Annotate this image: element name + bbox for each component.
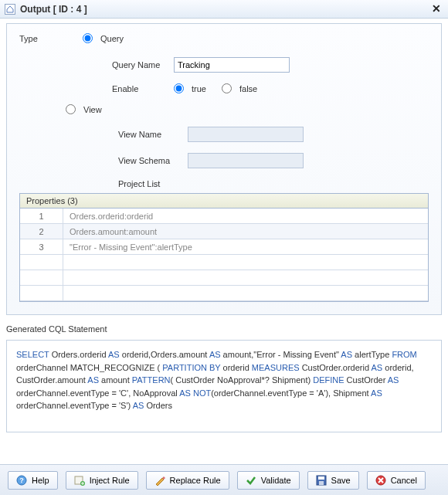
row-index: 2	[20, 224, 63, 239]
row-value: Orders.amount:amount	[63, 227, 157, 236]
validate-icon	[246, 475, 256, 486]
type-view-radio-input[interactable]	[66, 104, 76, 114]
inject-icon	[74, 475, 85, 486]
svg-rect-6	[319, 481, 324, 485]
title-bar: Output [ ID : 4 ] ✕	[0, 0, 448, 19]
inject-rule-button[interactable]: Inject Rule	[66, 471, 138, 490]
svg-text:?: ?	[19, 476, 24, 484]
cancel-label: Cancel	[391, 476, 417, 485]
replace-rule-label: Replace Rule	[170, 476, 221, 485]
table-row[interactable]: 1Orders.orderid:orderid	[20, 209, 428, 224]
query-name-label: Query Name	[112, 60, 174, 70]
enable-true-radio[interactable]: true	[174, 83, 206, 93]
footer-toolbar: ? Help Inject Rule Replace Rule Validate…	[0, 464, 448, 495]
type-label: Type	[19, 34, 52, 43]
row-index: 1	[20, 209, 63, 223]
help-icon: ?	[16, 475, 27, 486]
enable-false-radio[interactable]: false	[222, 83, 257, 93]
window-title: Output [ ID : 4 ]	[20, 4, 429, 15]
enable-true-radio-input[interactable]	[174, 83, 184, 93]
table-row-empty	[20, 270, 428, 286]
validate-label: Validate	[261, 476, 291, 485]
svg-rect-5	[318, 476, 324, 480]
type-query-radio-input[interactable]	[83, 33, 93, 43]
cql-label: Generated CQL Statement	[6, 324, 442, 334]
cancel-button[interactable]: Cancel	[367, 471, 426, 490]
enable-false-label: false	[239, 84, 257, 93]
cancel-icon	[375, 475, 386, 486]
save-label: Save	[331, 476, 351, 485]
cql-panel: Generated CQL Statement SELECT Orders.or…	[6, 324, 442, 432]
save-icon	[316, 475, 327, 486]
view-name-input	[188, 127, 304, 142]
inject-rule-label: Inject Rule	[90, 476, 130, 485]
query-name-input[interactable]	[174, 57, 290, 73]
view-schema-label: View Schema	[118, 156, 188, 165]
project-list-label: Project List	[118, 179, 429, 188]
properties-table: Properties (3) 1Orders.orderid:orderid2O…	[19, 193, 429, 302]
row-value: "Error - Missing Event":alertType	[63, 242, 192, 252]
table-row-empty	[20, 255, 428, 270]
form-panel: Type Query Query Name Enable true false	[6, 23, 442, 315]
cql-statement-box: SELECT Orders.orderid AS orderid,Orders.…	[6, 340, 442, 432]
type-view-radio-label: View	[83, 105, 102, 114]
save-button[interactable]: Save	[307, 471, 359, 490]
properties-table-header: Properties (3)	[20, 194, 428, 209]
close-icon[interactable]: ✕	[429, 2, 443, 16]
home-icon[interactable]	[5, 4, 15, 15]
table-row[interactable]: 3"Error - Missing Event":alertType	[20, 239, 428, 255]
row-index: 3	[20, 239, 63, 254]
view-name-label: View Name	[118, 130, 188, 139]
type-query-radio[interactable]: Query	[83, 33, 124, 43]
table-row[interactable]: 2Orders.amount:amount	[20, 224, 428, 239]
type-view-radio[interactable]: View	[66, 104, 429, 114]
enable-true-label: true	[192, 84, 206, 93]
enable-label: Enable	[112, 84, 174, 93]
replace-icon	[154, 475, 165, 486]
table-row-empty	[20, 286, 428, 301]
validate-button[interactable]: Validate	[237, 471, 300, 490]
type-query-radio-label: Query	[100, 34, 124, 43]
help-button-label: Help	[32, 476, 49, 485]
row-value: Orders.orderid:orderid	[63, 212, 153, 221]
replace-rule-button[interactable]: Replace Rule	[146, 471, 229, 490]
view-schema-input	[188, 153, 304, 168]
enable-false-radio-input[interactable]	[222, 83, 232, 93]
help-button[interactable]: ? Help	[8, 471, 58, 490]
